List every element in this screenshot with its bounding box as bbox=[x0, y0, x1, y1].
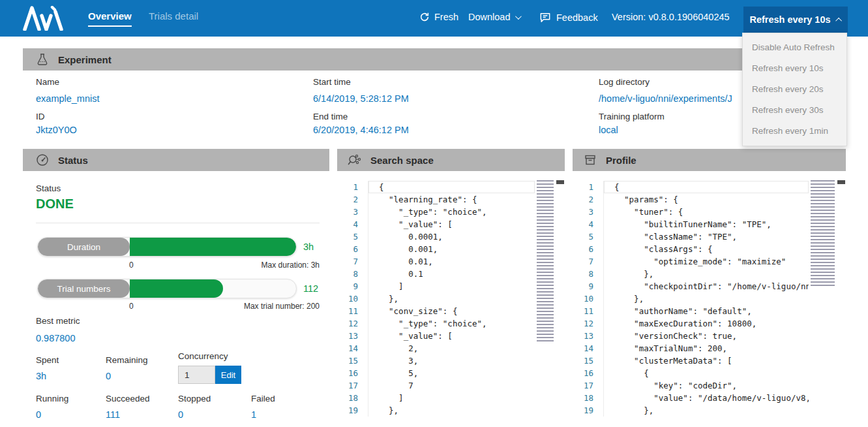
code-text: 7 bbox=[368, 379, 535, 392]
code-line: 18 "value": "/data/home/v-liguo/v8, bbox=[573, 392, 809, 404]
concurrency-input[interactable] bbox=[178, 366, 215, 384]
line-number: 19 bbox=[337, 404, 368, 417]
search-space-code-editor[interactable]: 1 { 2 "learning_rate": { 3 "_type": "cho… bbox=[337, 171, 535, 427]
line-number: 10 bbox=[573, 293, 604, 305]
code-text: ] bbox=[368, 280, 535, 293]
concurrency-edit-button[interactable]: Edit bbox=[215, 366, 241, 384]
code-text: 3, bbox=[368, 355, 535, 367]
stopped-label: Stopped bbox=[178, 394, 211, 403]
refresh-interval-dropdown: Disable Auto Refresh Refresh every 10s R… bbox=[742, 33, 847, 146]
gauge-icon bbox=[36, 153, 49, 166]
code-text: }, bbox=[604, 404, 809, 417]
code-line: 16 5, bbox=[337, 367, 535, 379]
search-space-scrollbar[interactable] bbox=[556, 171, 565, 427]
refresh-dropdown-item[interactable]: Disable Auto Refresh bbox=[743, 37, 846, 58]
line-number: 2 bbox=[573, 193, 604, 206]
line-number: 15 bbox=[337, 355, 368, 367]
log-directory-value: /home/v-liguo/nni/experiments/J bbox=[599, 93, 743, 104]
code-text: "tuner": { bbox=[604, 206, 809, 218]
best-metric-value: 0.987800 bbox=[36, 333, 75, 343]
code-text: "className": "TPE", bbox=[604, 230, 809, 243]
training-platform-value: local bbox=[599, 125, 618, 135]
code-line: 8 0.1 bbox=[337, 268, 535, 280]
search-space-scrollbar-thumb[interactable] bbox=[556, 180, 564, 184]
code-text: }, bbox=[604, 268, 809, 280]
download-menu-button[interactable]: Download bbox=[468, 12, 520, 22]
line-number: 19 bbox=[573, 404, 604, 417]
trial-numbers-progress-bar: Trial numbers bbox=[37, 279, 297, 298]
minimap-content bbox=[811, 180, 835, 288]
duration-bar-label: Duration bbox=[38, 238, 130, 256]
tab-trials-detail[interactable]: Trials detail bbox=[149, 10, 198, 22]
version-label: Version: v0.8.0.1906040245 bbox=[612, 12, 730, 22]
line-number: 13 bbox=[337, 330, 368, 342]
code-line: 19 }, bbox=[337, 404, 535, 417]
status-divider bbox=[36, 223, 320, 223]
code-line: 5 "className": "TPE", bbox=[573, 230, 809, 243]
code-text: 0.0001, bbox=[368, 230, 535, 243]
status-panel-title: Status bbox=[58, 155, 88, 166]
code-text: "_type": "choice", bbox=[368, 317, 535, 330]
refresh-dropdown-item[interactable]: Refresh every 1min bbox=[743, 121, 846, 142]
best-metric-label: Best metric bbox=[36, 316, 80, 326]
code-text: "optimize_mode": "maximize" bbox=[604, 255, 809, 268]
running-value: 0 bbox=[36, 409, 41, 420]
profile-code-editor[interactable]: 1 { 2 "params": { 3 "tuner": { 4 "builti… bbox=[573, 171, 809, 427]
code-line: 3 "_type": "choice", bbox=[337, 206, 535, 218]
code-text: "clusterMetaData": [ bbox=[604, 355, 809, 367]
code-line: 12 "maxExecDuration": 10800, bbox=[573, 317, 809, 330]
tab-overview[interactable]: Overview bbox=[88, 10, 132, 27]
failed-value: 1 bbox=[251, 409, 256, 420]
profile-scrollbar[interactable] bbox=[837, 171, 846, 427]
code-line: 2 "learning_rate": { bbox=[337, 193, 535, 206]
code-text: "builtinTunerName": "TPE", bbox=[604, 218, 809, 230]
refresh-icon bbox=[419, 12, 430, 22]
experiment-name-value: example_mnist bbox=[36, 93, 100, 104]
profile-scrollbar-thumb[interactable] bbox=[837, 180, 845, 184]
code-text: 0.1 bbox=[368, 268, 535, 280]
code-text: "maxExecDuration": 10800, bbox=[604, 317, 809, 330]
end-time-value: 6/20/2019, 4:46:12 PM bbox=[313, 125, 409, 135]
refresh-interval-label: Refresh every 10s bbox=[749, 14, 830, 25]
experiment-name-label: Name bbox=[36, 77, 59, 87]
code-text: "versionCheck": true, bbox=[604, 330, 809, 342]
duration-max-label: Max duration: 3h bbox=[166, 261, 320, 270]
line-number: 9 bbox=[573, 280, 604, 293]
code-text: }, bbox=[368, 404, 535, 417]
code-text: "params": { bbox=[604, 193, 809, 206]
spent-label: Spent bbox=[36, 355, 59, 365]
refresh-interval-select[interactable]: Refresh every 10s bbox=[743, 7, 848, 33]
code-line: 7 0.01, bbox=[337, 255, 535, 268]
version-text: Version: v0.8.0.1906040245 bbox=[612, 12, 730, 22]
search-space-minimap[interactable] bbox=[535, 171, 556, 427]
refresh-dropdown-item[interactable]: Refresh every 30s bbox=[743, 100, 846, 121]
line-number: 2 bbox=[337, 193, 368, 206]
search-space-icon bbox=[347, 153, 361, 166]
code-text: 0.001, bbox=[368, 243, 535, 255]
refresh-dropdown-item[interactable]: Refresh every 10s bbox=[743, 58, 846, 79]
fresh-button[interactable]: Fresh bbox=[419, 12, 458, 22]
experiment-id-label: ID bbox=[36, 112, 45, 121]
code-line: 16 { bbox=[573, 367, 809, 379]
code-text: "_value": [ bbox=[368, 330, 535, 342]
duration-bar-track bbox=[130, 238, 296, 256]
trial-numbers-value: 112 bbox=[303, 283, 318, 294]
feedback-button[interactable]: Feedback bbox=[539, 12, 598, 23]
code-text: "learning_rate": { bbox=[368, 193, 535, 206]
code-line: 10 }, bbox=[573, 293, 809, 305]
code-line: 17 "key": "codeDir", bbox=[573, 379, 809, 392]
code-text: "checkpointDir": "/home/v-liguo/nn bbox=[604, 280, 809, 293]
running-label: Running bbox=[36, 394, 68, 403]
chevron-down-icon bbox=[515, 13, 521, 20]
code-text: }, bbox=[604, 293, 809, 305]
code-text: "key": "codeDir", bbox=[604, 379, 809, 392]
trial-bar-fill bbox=[130, 279, 223, 298]
profile-minimap[interactable] bbox=[809, 171, 837, 427]
refresh-dropdown-item[interactable]: Refresh every 20s bbox=[743, 79, 846, 100]
remaining-value: 0 bbox=[106, 371, 111, 381]
trial-bar-track bbox=[130, 279, 296, 298]
start-time-value: 6/14/2019, 5:28:12 PM bbox=[313, 93, 409, 104]
code-line: 6 "classArgs": { bbox=[573, 243, 809, 255]
stopped-value: 0 bbox=[178, 409, 183, 420]
line-number: 10 bbox=[337, 293, 368, 305]
